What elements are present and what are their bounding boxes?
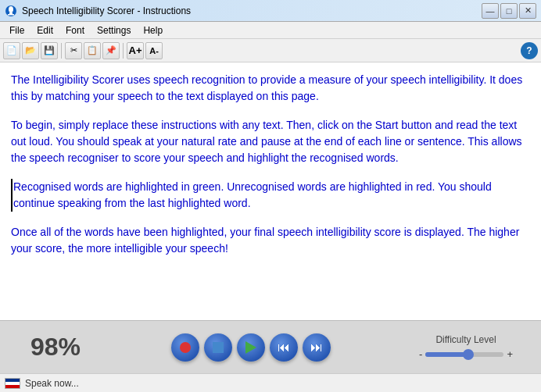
font-decrease-button[interactable]: A- [145,42,163,59]
cut-button[interactable]: ✂ [65,42,82,59]
title-bar-left: Speech Intelligibility Scorer - Instruct… [5,5,191,17]
status-bar: Speak now... [0,373,541,392]
paragraph-3: Recognised words are highlighted in gree… [11,179,530,212]
open-button[interactable]: 📂 [22,42,39,59]
svg-point-1 [9,6,13,12]
content-area[interactable]: The Intelligibility Scorer uses speech r… [0,62,541,320]
svg-rect-2 [9,12,13,14]
menu-file[interactable]: File [3,23,30,37]
difficulty-plus[interactable]: + [507,348,513,360]
score-display: 98% [13,333,99,362]
difficulty-minus[interactable]: - [419,348,422,360]
paragraph-2: To begin, simply replace these instructi… [11,117,530,166]
save-button[interactable]: 💾 [41,42,58,59]
copy-button[interactable]: 📋 [84,42,101,59]
menu-settings[interactable]: Settings [91,23,137,37]
play-button[interactable] [237,333,265,362]
toolbar-sep-2 [123,43,124,59]
toolbar: 📄 📂 💾 ✂ 📋 📌 A+ A- ? [0,39,541,62]
menu-bar: File Edit Font Settings Help [0,22,541,39]
font-increase-button[interactable]: A+ [127,42,144,59]
close-button[interactable]: ✕ [519,3,536,19]
status-text: Speak now... [25,378,79,389]
difficulty-section: Difficulty Level - + [403,334,528,360]
forward-button[interactable]: ⏭ [303,333,331,362]
maximize-button[interactable]: □ [500,3,518,19]
rewind-button[interactable]: ⏮ [270,333,298,362]
bottom-bar: 98% ⏮ ⏭ Difficulty Level - + [0,320,541,373]
difficulty-slider-track[interactable] [425,352,503,357]
menu-font[interactable]: Font [59,23,91,37]
window-title: Speech Intelligibility Scorer - Instruct… [22,5,191,16]
transport-controls: ⏮ ⏭ [99,333,403,362]
new-button[interactable]: 📄 [3,42,20,59]
svg-rect-3 [8,14,14,16]
toolbar-sep-1 [61,43,62,59]
paragraph-1: The Intelligibility Scorer uses speech r… [11,72,530,105]
difficulty-slider-fill [425,352,468,357]
paragraph-4: Once all of the words have been highligh… [11,224,530,257]
difficulty-row: - + [419,348,513,360]
app-icon [5,5,17,17]
difficulty-label: Difficulty Level [435,334,496,345]
help-button[interactable]: ? [521,42,538,59]
menu-edit[interactable]: Edit [30,23,59,37]
stop-button[interactable] [204,333,232,362]
paste-button[interactable]: 📌 [102,42,120,59]
title-bar: Speech Intelligibility Scorer - Instruct… [0,0,541,22]
difficulty-slider-thumb[interactable] [463,349,474,360]
menu-help[interactable]: Help [137,23,169,37]
minimize-button[interactable]: — [482,3,499,19]
record-button[interactable] [171,333,199,362]
title-bar-buttons: — □ ✕ [482,3,536,19]
flag-icon [5,378,20,389]
